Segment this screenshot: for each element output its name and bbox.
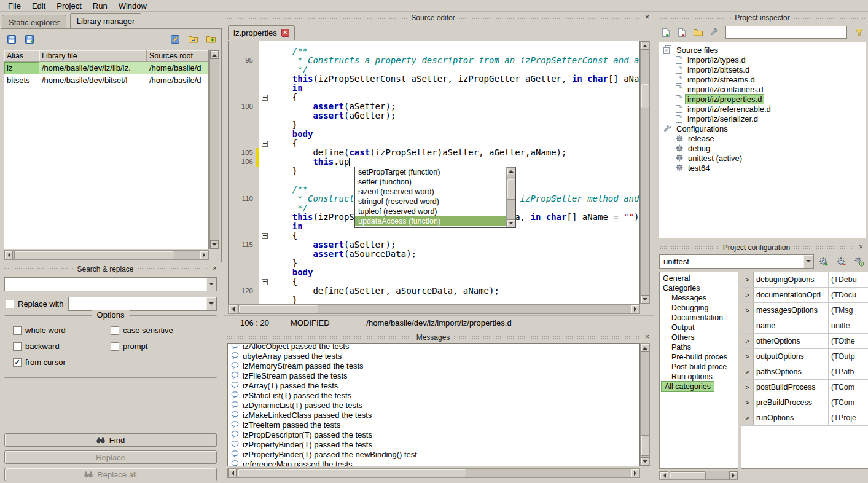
- property-value[interactable]: (TProje: [829, 410, 868, 425]
- inspector-filter-input[interactable]: [725, 26, 847, 39]
- add-folder-button[interactable]: [690, 25, 705, 40]
- completion-item[interactable]: tupleof (reserved word): [355, 206, 506, 216]
- property-value[interactable]: (TDocu: [829, 288, 868, 302]
- dock-grip[interactable]: [4, 267, 73, 272]
- configuration-selector[interactable]: unittest: [659, 254, 814, 269]
- scrollbar-track[interactable]: [237, 305, 631, 313]
- column-header-alias[interactable]: Alias: [4, 50, 39, 61]
- code-line[interactable]: 115 assert(aSetter);: [229, 240, 639, 249]
- close-icon[interactable]: ×: [857, 243, 865, 251]
- expand-arrow-icon[interactable]: >: [741, 395, 754, 410]
- scroll-right-button[interactable]: [729, 471, 738, 479]
- categories-horizontal-scrollbar[interactable]: [659, 471, 738, 480]
- tree-node[interactable]: unittest (active): [659, 153, 866, 163]
- message-item[interactable]: izArray(T) passed the tests: [231, 380, 639, 390]
- libraries-vertical-scrollbar[interactable]: [209, 50, 219, 249]
- message-item[interactable]: referenceMan passed the tests: [231, 459, 639, 466]
- property-value[interactable]: unitte: [829, 318, 868, 333]
- editor-vertical-scrollbar[interactable]: [640, 41, 650, 304]
- scroll-left-button[interactable]: [228, 469, 237, 477]
- replace-with-checkbox[interactable]: Replace with: [6, 299, 68, 308]
- code-line[interactable]: */: [229, 65, 639, 74]
- message-item[interactable]: izPropDescriptor(T) passed the tests: [231, 430, 639, 439]
- tab-close-icon[interactable]: ✕: [281, 29, 289, 37]
- dock-grip[interactable]: [660, 15, 731, 20]
- checkbox-whole-word[interactable]: whole word: [13, 326, 111, 335]
- code-line[interactable]: body: [229, 130, 639, 139]
- message-item[interactable]: izDynamicList(T) passed the tests: [231, 400, 639, 410]
- code-line[interactable]: {: [229, 231, 639, 240]
- menu-project[interactable]: Project: [51, 0, 87, 12]
- message-item[interactable]: izStaticList(T) passed the tests: [231, 390, 639, 400]
- category-item-others[interactable]: Others: [660, 332, 738, 342]
- scrollbar-track[interactable]: [668, 471, 729, 479]
- property-row-documentationopti[interactable]: >documentationOpti(TDocu: [741, 288, 868, 303]
- scroll-right-button[interactable]: [631, 469, 639, 477]
- menu-window[interactable]: Window: [113, 0, 152, 12]
- scroll-up-button[interactable]: [641, 41, 649, 50]
- editor-horizontal-scrollbar[interactable]: [228, 304, 640, 314]
- category-item-messages[interactable]: Messages: [660, 293, 738, 303]
- code-line[interactable]: body: [229, 268, 639, 277]
- add-source-button[interactable]: [659, 25, 673, 40]
- property-row-prebuildprocess[interactable]: >preBuildProcess(TCom: [741, 395, 868, 410]
- load-library-list-button[interactable]: [22, 31, 37, 47]
- column-header-library-file[interactable]: Library file: [39, 50, 147, 61]
- find-button[interactable]: Find: [4, 433, 217, 447]
- completion-item[interactable]: setPropTarget (function): [355, 167, 506, 177]
- expand-arrow-icon[interactable]: >: [741, 380, 754, 395]
- clone-configuration-button[interactable]: [852, 254, 867, 269]
- code-line[interactable]: {: [229, 277, 639, 286]
- code-line[interactable]: in: [229, 84, 639, 93]
- category-item-all-categories[interactable]: All categories: [662, 382, 714, 391]
- close-icon[interactable]: ×: [643, 333, 651, 341]
- property-row-outputoptions[interactable]: >outputOptions(TOutp: [741, 349, 868, 364]
- add-library-folder-button[interactable]: [203, 31, 219, 47]
- expand-arrow-icon[interactable]: >: [741, 303, 754, 318]
- search-input[interactable]: [4, 277, 217, 291]
- code-line[interactable]: /**: [229, 47, 639, 56]
- code-line[interactable]: }: [229, 120, 639, 130]
- tree-node[interactable]: import/iz/serializer.d: [659, 114, 866, 124]
- message-item[interactable]: izFileStream passed the tests: [231, 371, 639, 380]
- tree-node[interactable]: import/iz/types.d: [659, 55, 866, 65]
- open-library-folder-button[interactable]: [185, 31, 201, 47]
- tree-node[interactable]: import/iz/containers.d: [659, 84, 866, 94]
- dock-grip[interactable]: [227, 335, 413, 340]
- dropdown-arrow-icon[interactable]: [206, 297, 216, 310]
- property-row-messagesoptions[interactable]: >messagesOptions(TMsg: [741, 303, 868, 318]
- scrollbar-track[interactable]: [641, 50, 649, 295]
- code-line[interactable]: 95 * Constructs a property descriptor fr…: [229, 56, 639, 65]
- scrollbar-thumb[interactable]: [641, 435, 649, 456]
- tree-node[interactable]: release: [659, 133, 866, 143]
- remove-source-button[interactable]: [674, 25, 689, 40]
- checkbox-from-cursor[interactable]: ✓from cursor: [13, 358, 111, 367]
- scrollbar-thumb[interactable]: [14, 251, 174, 259]
- scroll-down-button[interactable]: [641, 457, 649, 466]
- category-item-paths[interactable]: Paths: [660, 342, 738, 352]
- scroll-up-button[interactable]: [507, 167, 515, 175]
- property-row-pathsoptions[interactable]: >pathsOptions(TPath: [741, 364, 868, 380]
- expand-arrow-icon[interactable]: >: [741, 410, 754, 425]
- menu-edit[interactable]: Edit: [26, 0, 51, 12]
- close-icon[interactable]: ×: [643, 14, 651, 22]
- scroll-left-button[interactable]: [660, 471, 668, 479]
- scrollbar-thumb[interactable]: [670, 471, 706, 479]
- replace-text-field[interactable]: [69, 297, 206, 310]
- dock-grip[interactable]: [227, 15, 407, 20]
- scrollbar-track[interactable]: [210, 59, 219, 240]
- scrollbar-track[interactable]: [641, 352, 649, 457]
- scroll-left-button[interactable]: [4, 251, 13, 259]
- property-row-postbuildprocess[interactable]: >postBuildProcess(TCom: [741, 380, 868, 395]
- code-line[interactable]: assert(aSourceData);: [229, 249, 639, 259]
- completion-item[interactable]: setter (function): [355, 177, 506, 187]
- tab-static-explorer[interactable]: Static explorer: [2, 15, 66, 29]
- library-table-row[interactable]: bitsets/home/basile/dev/bitset/l/home/ba…: [4, 74, 208, 87]
- code-line[interactable]: {: [229, 139, 639, 148]
- tree-node[interactable]: import/iz/properties.d: [659, 94, 866, 104]
- property-value[interactable]: (TDebu: [829, 272, 868, 287]
- tree-node[interactable]: Configurations: [659, 124, 866, 133]
- scroll-up-button[interactable]: [641, 344, 649, 352]
- messages-vertical-scrollbar[interactable]: [640, 343, 650, 466]
- remove-configuration-button[interactable]: [834, 254, 849, 269]
